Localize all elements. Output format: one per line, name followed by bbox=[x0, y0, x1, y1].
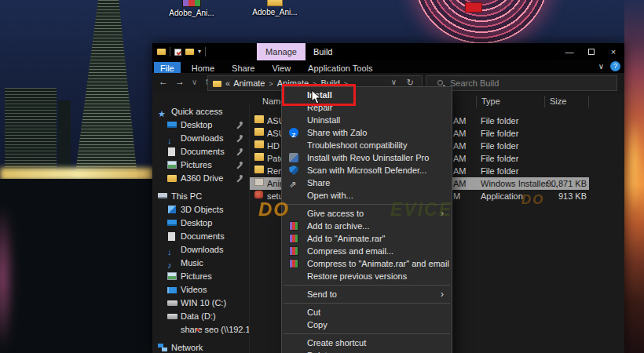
application-icon bbox=[254, 191, 263, 198]
winrar-icon bbox=[289, 234, 298, 243]
sidebar-item-downloads[interactable]: Downloads bbox=[152, 243, 249, 257]
menu-item-troubleshoot-compatibility[interactable]: Troubleshoot compatibility bbox=[282, 139, 452, 151]
sidebar-item-pictures[interactable]: Pictures bbox=[152, 270, 249, 283]
menu-item-uninstall[interactable]: Uninstall bbox=[282, 114, 452, 126]
menu-item-label: Add to archive... bbox=[307, 221, 370, 231]
help-icon[interactable]: ? bbox=[610, 61, 620, 71]
qat-properties-icon[interactable] bbox=[174, 49, 181, 56]
breadcrumb-overflow-icon[interactable]: « bbox=[225, 78, 230, 88]
folder-icon bbox=[254, 153, 264, 161]
menu-item-add-to-archive[interactable]: Add to archive... bbox=[282, 220, 452, 232]
menu-item-add-to-animate-rar[interactable]: Add to "Animate.rar" bbox=[282, 232, 452, 245]
pictures-icon bbox=[167, 161, 177, 169]
sidebar-item-network[interactable]: Network bbox=[152, 341, 249, 353]
title-bar: ▾ Manage Build — × bbox=[152, 43, 624, 60]
sidebar-item-3d-objects[interactable]: 3D Objects bbox=[152, 203, 249, 217]
menu-item-create-shortcut[interactable]: Create shortcut bbox=[282, 337, 452, 349]
sidebar-item-win-10-c[interactable]: WIN 10 (C:) bbox=[152, 297, 249, 310]
menu-item-cut[interactable]: Cut bbox=[282, 306, 452, 318]
pin-icon bbox=[236, 176, 243, 183]
forward-icon[interactable]: → bbox=[175, 76, 185, 87]
menu-item-label: Send to bbox=[307, 289, 337, 299]
sidebar-item-label: Quick access bbox=[171, 107, 222, 116]
ferris-wheel-sign bbox=[465, 2, 482, 13]
menu-item-open-with[interactable]: Open with... bbox=[282, 189, 452, 202]
divider bbox=[205, 47, 206, 56]
pin-icon bbox=[236, 162, 243, 169]
menu-separator bbox=[284, 204, 450, 205]
maximize-button[interactable] bbox=[580, 43, 602, 60]
sidebar-item-share-seo-192-168[interactable]: share seo (\\192.168 bbox=[152, 323, 249, 337]
sidebar-item-videos[interactable]: Videos bbox=[152, 283, 249, 297]
qat-customize-caret-icon[interactable]: ▾ bbox=[198, 49, 201, 55]
menu-item-delete[interactable]: Delete bbox=[282, 349, 452, 353]
breadcrumb-segment[interactable]: Animate bbox=[233, 78, 265, 88]
explorer-icon[interactable] bbox=[157, 49, 166, 55]
sidebar-item-desktop[interactable]: Desktop bbox=[152, 118, 249, 132]
menu-item-label: Share bbox=[307, 178, 330, 187]
file-date-tail: AM bbox=[453, 178, 467, 189]
file-date-tail: AM bbox=[453, 115, 467, 126]
share-icon bbox=[289, 178, 298, 187]
search-box[interactable] bbox=[426, 75, 617, 91]
sidebar-item-a360-drive[interactable]: A360 Drive bbox=[152, 172, 249, 185]
folder-icon bbox=[254, 115, 264, 123]
menu-item-share[interactable]: Share bbox=[282, 176, 452, 189]
minimize-button[interactable]: — bbox=[558, 43, 580, 60]
sidebar-item-downloads[interactable]: Downloads bbox=[152, 132, 249, 145]
installer-icon bbox=[254, 178, 264, 186]
submenu-arrow-icon: › bbox=[441, 207, 444, 220]
menu-separator bbox=[284, 285, 450, 286]
drive-icon bbox=[167, 300, 177, 306]
close-button[interactable]: × bbox=[602, 43, 624, 60]
collapse-ribbon-icon[interactable]: ∨ bbox=[598, 62, 604, 71]
contextual-tab-manage[interactable]: Manage bbox=[257, 43, 306, 60]
winrar-icon bbox=[289, 246, 298, 256]
sidebar-item-data-d[interactable]: Data (D:) bbox=[152, 310, 249, 323]
maximize-icon bbox=[588, 49, 595, 55]
menu-item-label: Troubleshoot compatibility bbox=[307, 140, 407, 150]
desktop-icon[interactable]: Adobe_Ani... bbox=[250, 0, 300, 16]
music-icon bbox=[167, 259, 177, 268]
column-header-size[interactable]: Size bbox=[545, 96, 589, 107]
menu-item-send-to[interactable]: Send to› bbox=[282, 288, 452, 300]
sidebar-item-this-pc[interactable]: This PC bbox=[152, 190, 249, 203]
star-icon bbox=[158, 107, 167, 117]
mouse-cursor-icon bbox=[311, 89, 322, 105]
menu-item-label: Install with Revo Uninstaller Pro bbox=[307, 153, 429, 162]
sidebar-item-label: Data (D:) bbox=[181, 311, 216, 321]
sidebar-item-quick-access[interactable]: Quick access bbox=[152, 105, 249, 118]
menu-item-install-with-revo-uninstaller-pro[interactable]: Install with Revo Uninstaller Pro bbox=[282, 151, 452, 164]
column-header-type[interactable]: Type bbox=[477, 96, 545, 107]
revo-icon bbox=[289, 153, 298, 162]
sidebar-item-documents[interactable]: Documents bbox=[152, 145, 249, 158]
menu-item-restore-previous-versions[interactable]: Restore previous versions bbox=[282, 270, 452, 282]
file-type: File folder bbox=[481, 166, 518, 176]
address-dropdown-icon[interactable]: ∨ bbox=[391, 78, 397, 86]
recent-locations-icon[interactable]: ∨ bbox=[192, 76, 197, 87]
menu-item-label: Compress to "Animate.rar" and email bbox=[307, 259, 449, 268]
sidebar-item-music[interactable]: Music bbox=[152, 257, 249, 270]
menu-item-copy[interactable]: Copy bbox=[282, 318, 452, 331]
quick-access-toolbar: ▾ bbox=[157, 46, 206, 57]
menu-item-compress-to-animate-rar-and-email[interactable]: Compress to "Animate.rar" and email bbox=[282, 257, 452, 270]
sidebar-item-pictures[interactable]: Pictures bbox=[152, 158, 249, 172]
sidebar-item-label: Music bbox=[181, 258, 203, 267]
menu-item-share-with-zalo[interactable]: Share with Zalo bbox=[282, 126, 452, 139]
back-icon[interactable]: ← bbox=[159, 76, 168, 87]
menu-item-give-access-to[interactable]: Give access to› bbox=[282, 207, 452, 220]
desktop-icon[interactable]: Adobe_Ani... bbox=[166, 0, 217, 17]
desktop: Adobe_Ani...Adobe_Ani... ▾ Manage Build … bbox=[0, 0, 644, 353]
folder-icon bbox=[167, 175, 177, 182]
qat-new-folder-icon[interactable] bbox=[185, 49, 194, 55]
downloads-icon bbox=[167, 246, 177, 255]
sidebar-item-documents[interactable]: Documents bbox=[152, 230, 249, 243]
menu-item-scan-with-microsoft-defender[interactable]: Scan with Microsoft Defender... bbox=[282, 164, 452, 176]
folder-icon bbox=[254, 128, 264, 136]
sidebar-item-desktop[interactable]: Desktop bbox=[152, 217, 249, 230]
search-input[interactable] bbox=[448, 77, 606, 89]
sidebar-item-label: Downloads bbox=[181, 245, 223, 254]
sidebar-item-label: A360 Drive bbox=[181, 173, 223, 183]
sidebar-item-label: This PC bbox=[171, 191, 202, 201]
menu-item-compress-and-email[interactable]: Compress and email... bbox=[282, 245, 452, 257]
